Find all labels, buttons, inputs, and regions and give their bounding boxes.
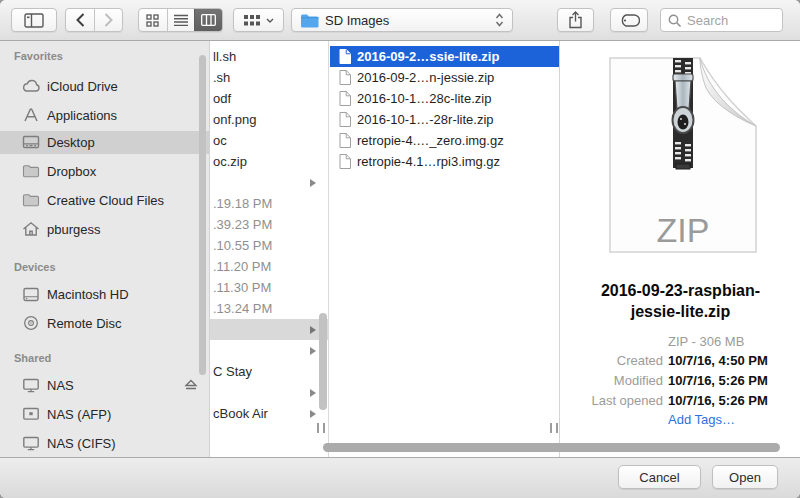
search-input[interactable] — [685, 11, 777, 29]
display-icon — [21, 434, 41, 452]
icon-view-button[interactable] — [139, 9, 167, 31]
share-icon — [568, 11, 583, 29]
file-row[interactable]: .11.30 PM — [210, 277, 329, 298]
sidebar-item-label: Remote Disc — [47, 312, 121, 335]
chevron-down-icon — [266, 18, 274, 23]
column1-scrollbar[interactable] — [319, 313, 327, 410]
file-row[interactable]: 2016-10-1…28c-lite.zip — [330, 88, 559, 109]
detail-label: Modified — [561, 372, 663, 390]
sidebar-item-label: Dropbox — [47, 160, 96, 183]
open-button[interactable]: Open — [712, 465, 778, 489]
desktop-icon — [21, 133, 41, 151]
zip-type-label: ZIP — [657, 211, 710, 249]
sidebar-item-creative-cloud-files[interactable]: Creative Cloud Files — [0, 189, 210, 212]
arrange-button[interactable] — [233, 8, 284, 32]
sidebar-item-nas-cifs[interactable]: NAS (CIFS) — [0, 432, 210, 455]
folder-icon — [300, 13, 319, 28]
document-icon — [339, 112, 351, 127]
zip-file-preview-icon: ZIP — [603, 54, 763, 258]
sidebar-item-nas-afp[interactable]: NAS (AFP) — [0, 403, 210, 426]
sidebar-item-nas[interactable]: NAS — [0, 374, 210, 397]
sidebar-section-shared: Shared — [14, 352, 51, 366]
disclosure-arrow-icon — [310, 410, 316, 418]
detail-value: 10/7/16, 5:26 PM — [668, 372, 768, 390]
sidebar-item-pburgess[interactable]: pburgess — [0, 218, 210, 241]
disc-icon — [21, 314, 41, 332]
sidebar-toggle-icon — [24, 13, 44, 28]
file-row[interactable]: retropie-4.…_zero.img.gz — [330, 130, 559, 151]
disclosure-arrow-icon — [310, 347, 316, 355]
open-dialog: SD Images Favorites iCloud Dri — [0, 0, 800, 498]
sidebar-item-applications[interactable]: Applications — [0, 104, 210, 127]
disclosure-arrow-icon — [310, 389, 316, 397]
back-button[interactable] — [66, 9, 94, 31]
file-row[interactable]: .19.18 PM — [210, 193, 329, 214]
sidebar-item-remote-disc[interactable]: Remote Disc — [0, 312, 210, 335]
search-field[interactable] — [660, 8, 783, 32]
file-row[interactable]: 2016-09-2…n-jessie.zip — [330, 67, 559, 88]
folder-row[interactable] — [210, 340, 329, 361]
file-row[interactable]: .10.55 PM — [210, 235, 329, 256]
file-row[interactable]: .13.24 PM — [210, 298, 329, 319]
column2-resize-grip[interactable] — [550, 423, 558, 433]
cancel-button[interactable]: Cancel — [618, 465, 701, 489]
preview-pane: ZIP 2016-09-23-raspbian-jessie-lite.zip … — [561, 41, 800, 457]
sidebar-item-label: NAS — [47, 374, 74, 397]
file-row[interactable]: .11.20 PM — [210, 256, 329, 277]
file-row[interactable]: odf — [210, 88, 329, 109]
file-row[interactable]: 2016-10-1…-28r-lite.zip — [330, 109, 559, 130]
file-row-selected[interactable]: 2016-09-2…ssie-lite.zip — [330, 46, 559, 67]
add-tags-link[interactable]: Add Tags… — [668, 411, 735, 429]
folder-row[interactable] — [210, 382, 329, 403]
disclosure-arrow-icon — [310, 179, 316, 187]
sidebar-item-label: pburgess — [47, 218, 100, 241]
sidebar-section-favorites: Favorites — [14, 50, 63, 64]
sidebar-item-dropbox[interactable]: Dropbox — [0, 160, 210, 183]
browser-column-2: 2016-09-2…ssie-lite.zip 2016-09-2…n-jess… — [330, 41, 560, 457]
file-row[interactable]: oc.zip — [210, 151, 329, 172]
horizontal-scrollbar[interactable] — [323, 443, 780, 452]
sidebar-item-label: Desktop — [47, 131, 95, 154]
sidebar-item-macintosh-hd[interactable]: Macintosh HD — [0, 283, 210, 306]
file-row[interactable]: onf.png — [210, 109, 329, 130]
nav-buttons — [65, 8, 123, 32]
sidebar-item-icloud-drive[interactable]: iCloud Drive — [0, 75, 210, 98]
sidebar-toggle-button[interactable] — [11, 8, 57, 32]
file-row[interactable]: ll.sh — [210, 46, 329, 67]
applications-icon — [21, 106, 41, 124]
list-view-button[interactable] — [167, 9, 195, 31]
sidebar-item-label: NAS (AFP) — [47, 403, 111, 426]
location-popup-label: SD Images — [325, 13, 389, 28]
file-row[interactable]: oc — [210, 130, 329, 151]
sidebar-scrollbar[interactable] — [199, 55, 206, 375]
folder-row-selected[interactable] — [210, 319, 329, 340]
sidebar-item-label: Creative Cloud Files — [47, 189, 164, 212]
document-icon — [339, 70, 351, 85]
sidebar: Favorites iCloud Drive Applications Desk… — [0, 41, 210, 457]
share-button[interactable] — [557, 8, 594, 32]
view-mode-control — [138, 8, 223, 32]
screenshare-icon — [21, 405, 41, 423]
forward-button[interactable] — [94, 9, 122, 31]
sidebar-section-devices: Devices — [14, 261, 56, 275]
folder-icon — [21, 162, 41, 180]
folder-row[interactable]: cBook Air — [210, 403, 329, 424]
document-icon — [339, 154, 351, 169]
arrange-icon — [244, 15, 261, 26]
preview-kind-size: ZIP - 306 MB — [668, 333, 744, 351]
sidebar-item-label: Macintosh HD — [47, 283, 129, 306]
sidebar-item-desktop[interactable]: Desktop — [0, 131, 210, 154]
file-row[interactable]: C Stay — [210, 361, 329, 382]
tag-button[interactable] — [610, 8, 648, 32]
tag-icon — [619, 14, 640, 27]
sidebar-item-label: NAS (CIFS) — [47, 432, 116, 455]
folder-row[interactable] — [210, 172, 329, 193]
folder-icon — [21, 191, 41, 209]
column-view-button[interactable] — [194, 9, 222, 31]
eject-icon[interactable] — [184, 378, 198, 391]
location-popup[interactable]: SD Images — [291, 8, 513, 32]
column1-resize-grip[interactable] — [317, 423, 325, 433]
file-row[interactable]: retropie-4.1…rpi3.img.gz — [330, 151, 559, 172]
file-row[interactable]: .39.23 PM — [210, 214, 329, 235]
file-row[interactable]: .sh — [210, 67, 329, 88]
